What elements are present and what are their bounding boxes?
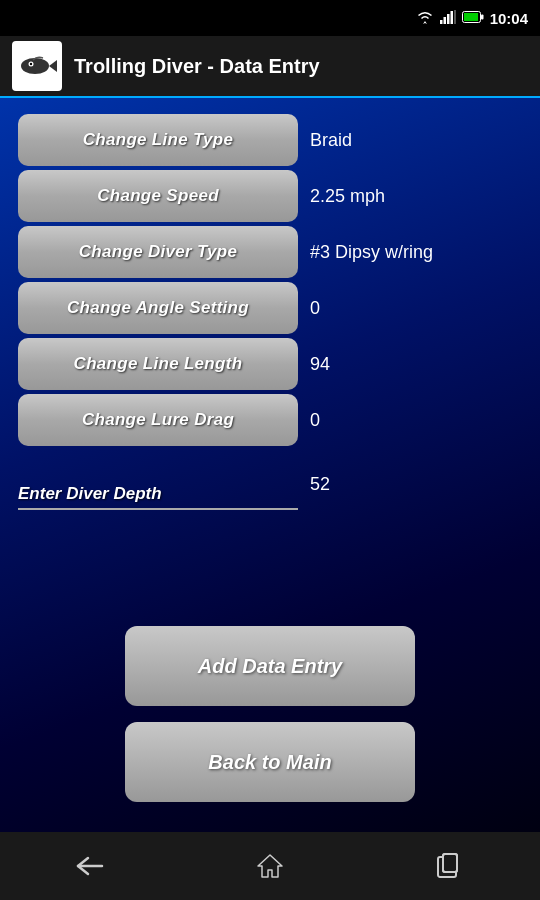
title-bar: Trolling Diver - Data Entry bbox=[0, 36, 540, 98]
line-type-button-label: Change Line Type bbox=[83, 130, 234, 150]
lure-drag-button-label: Change Lure Drag bbox=[82, 410, 234, 430]
line-length-button[interactable]: Change Line Length bbox=[18, 338, 298, 390]
app-logo bbox=[12, 41, 62, 91]
speed-button-label: Change Speed bbox=[97, 186, 219, 206]
diver-type-value: #3 Dipsy w/ring bbox=[310, 242, 522, 263]
action-buttons: Add Data Entry Back to Main bbox=[18, 626, 522, 818]
nav-back-button[interactable] bbox=[60, 846, 120, 886]
data-row-angle-setting: Change Angle Setting 0 bbox=[18, 280, 522, 336]
back-nav-icon bbox=[74, 854, 106, 878]
depth-input-wrapper: Enter Diver Depth bbox=[18, 458, 298, 510]
back-to-main-button[interactable]: Back to Main bbox=[125, 722, 415, 802]
main-content: Change Line Type Braid Change Speed 2.25… bbox=[0, 98, 540, 832]
nav-home-button[interactable] bbox=[240, 846, 300, 886]
angle-setting-value: 0 bbox=[310, 298, 522, 319]
svg-rect-6 bbox=[464, 13, 478, 21]
svg-rect-3 bbox=[450, 11, 453, 24]
nav-recents-button[interactable] bbox=[420, 846, 480, 886]
status-bar: 10:04 bbox=[0, 0, 540, 36]
lure-drag-value: 0 bbox=[310, 410, 522, 431]
svg-rect-16 bbox=[443, 854, 457, 872]
back-to-main-label: Back to Main bbox=[208, 751, 331, 774]
svg-rect-0 bbox=[440, 20, 443, 24]
app-title: Trolling Diver - Data Entry bbox=[74, 55, 320, 78]
add-data-entry-label: Add Data Entry bbox=[198, 655, 342, 678]
svg-rect-7 bbox=[481, 15, 484, 20]
svg-rect-1 bbox=[443, 17, 446, 24]
status-time: 10:04 bbox=[490, 10, 528, 27]
data-row-line-length: Change Line Length 94 bbox=[18, 336, 522, 392]
diver-type-button-label: Change Diver Type bbox=[79, 242, 237, 262]
svg-marker-14 bbox=[258, 855, 282, 877]
svg-point-12 bbox=[30, 63, 32, 65]
data-row-line-type: Change Line Type Braid bbox=[18, 112, 522, 168]
home-nav-icon bbox=[256, 852, 284, 880]
lure-drag-button[interactable]: Change Lure Drag bbox=[18, 394, 298, 446]
svg-point-9 bbox=[21, 58, 49, 74]
angle-setting-button-label: Change Angle Setting bbox=[67, 298, 249, 318]
line-type-value: Braid bbox=[310, 130, 522, 151]
data-row-lure-drag: Change Lure Drag 0 bbox=[18, 392, 522, 448]
depth-row: Enter Diver Depth 52 bbox=[18, 456, 522, 512]
signal-icon bbox=[440, 10, 456, 27]
battery-icon bbox=[462, 10, 484, 26]
angle-setting-button[interactable]: Change Angle Setting bbox=[18, 282, 298, 334]
data-row-diver-type: Change Diver Type #3 Dipsy w/ring bbox=[18, 224, 522, 280]
diver-type-button[interactable]: Change Diver Type bbox=[18, 226, 298, 278]
add-data-entry-button[interactable]: Add Data Entry bbox=[125, 626, 415, 706]
speed-button[interactable]: Change Speed bbox=[18, 170, 298, 222]
nav-bar bbox=[0, 832, 540, 900]
depth-value: 52 bbox=[310, 474, 522, 495]
wifi-icon bbox=[416, 10, 434, 27]
recents-nav-icon bbox=[436, 853, 464, 879]
line-length-button-label: Change Line Length bbox=[74, 354, 243, 374]
line-type-button[interactable]: Change Line Type bbox=[18, 114, 298, 166]
svg-rect-4 bbox=[454, 10, 456, 24]
data-row-speed: Change Speed 2.25 mph bbox=[18, 168, 522, 224]
speed-value: 2.25 mph bbox=[310, 186, 522, 207]
line-length-value: 94 bbox=[310, 354, 522, 375]
svg-rect-2 bbox=[447, 14, 450, 24]
depth-label: Enter Diver Depth bbox=[18, 484, 162, 504]
